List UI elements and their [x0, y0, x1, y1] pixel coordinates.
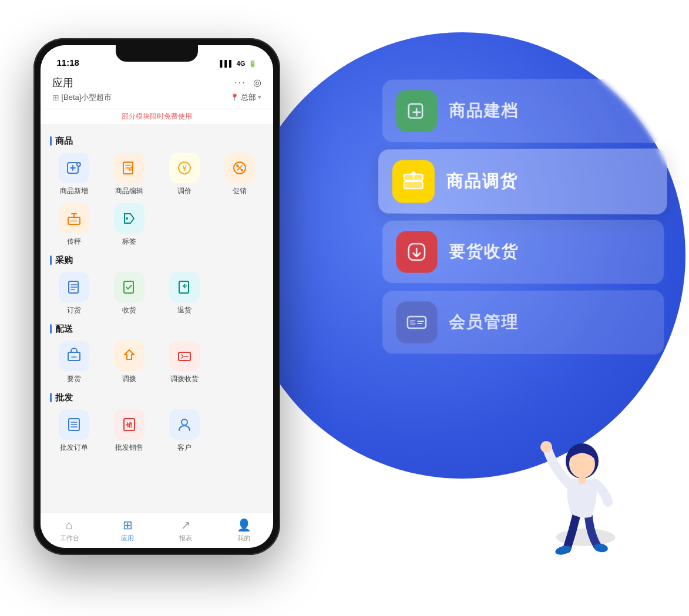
- store-row: ⊞ [Beta]小型超市 📍 总部 ▾: [52, 92, 261, 103]
- icon-product-edit-box: [114, 153, 144, 183]
- icon-product-add[interactable]: 商品新增: [50, 153, 98, 196]
- card-receive-goods[interactable]: 要货收货: [382, 220, 664, 284]
- store-icon: ⊞: [52, 93, 59, 102]
- icon-receive[interactable]: 收货: [105, 272, 153, 315]
- card-member-mgmt[interactable]: VIP 会员管理: [382, 290, 664, 355]
- label-product-add: 商品新增: [60, 186, 88, 196]
- label-promotion: 促销: [233, 186, 247, 196]
- signal-icon: ▌▌▌: [220, 60, 233, 67]
- icon-label-box: [114, 203, 144, 234]
- card-icon-product-archive: [396, 90, 437, 132]
- card-icon-receive-goods: [396, 231, 437, 272]
- nav-reports[interactable]: ↗ 报表: [157, 518, 215, 543]
- mine-label: 我的: [237, 534, 250, 543]
- card-label-member-mgmt: 会员管理: [449, 311, 519, 334]
- card-product-transfer[interactable]: 商品调货: [378, 148, 667, 214]
- title-row: 应用 ··· ◎: [52, 76, 261, 90]
- svg-rect-14: [68, 352, 80, 361]
- nav-mine[interactable]: 👤 我的: [215, 518, 273, 543]
- mine-icon: 👤: [237, 518, 251, 532]
- location-row[interactable]: 📍 总部 ▾: [230, 92, 261, 103]
- section-title-goods: 商品: [50, 136, 264, 147]
- apps-label: 应用: [121, 534, 134, 543]
- icon-scale[interactable]: 传秤: [50, 203, 98, 247]
- svg-point-19: [182, 419, 187, 425]
- icon-sort-receive-box: [169, 341, 200, 371]
- card-icon-member-mgmt: VIP: [396, 301, 437, 343]
- svg-text:¥: ¥: [182, 164, 186, 173]
- goods-grid: 商品新增 商品编辑 ¥: [50, 153, 264, 247]
- status-icons: ▌▌▌ 4G 🔋: [220, 60, 256, 68]
- phone-mockup: 11:18 ▌▌▌ 4G 🔋 应用 ··· ◎: [33, 38, 280, 555]
- label-price-adjust: 调价: [177, 186, 191, 196]
- apps-icon: ⊞: [123, 518, 133, 532]
- more-icon[interactable]: ···: [234, 78, 246, 88]
- label-ws-order: 批发订单: [60, 443, 88, 453]
- icon-label[interactable]: 标签: [105, 203, 153, 247]
- icon-sort[interactable]: 调拨: [105, 341, 153, 384]
- card-icon-product-transfer: [392, 160, 434, 203]
- icon-order[interactable]: 订货: [50, 272, 98, 315]
- delivery-grid: 要货 调拨: [50, 341, 264, 384]
- label-receive: 收货: [122, 305, 136, 315]
- icon-product-add-box: [59, 153, 89, 183]
- label-order: 订货: [67, 305, 81, 315]
- promo-banner: 部分模块限时免费使用: [41, 109, 273, 124]
- section-title-wholesale: 批发: [50, 392, 264, 403]
- icon-receive-box: [114, 272, 144, 302]
- icon-customer[interactable]: 客户: [160, 409, 209, 453]
- location-pin-icon: 📍: [230, 93, 239, 102]
- label-scale: 传秤: [67, 237, 81, 247]
- icon-price-adjust-box: ¥: [169, 153, 200, 183]
- chevron-icon: ▾: [258, 93, 261, 101]
- section-title-purchase: 采购: [50, 255, 264, 266]
- icon-ws-sales-box: 销: [114, 409, 144, 440]
- workbench-icon: ⌂: [66, 519, 73, 532]
- location-text: 总部: [241, 92, 256, 103]
- app-header: 应用 ··· ◎ ⊞ [Beta]小型超市 📍 总部: [41, 71, 273, 109]
- svg-rect-33: [579, 476, 586, 484]
- icon-price-adjust[interactable]: ¥ 调价: [160, 153, 209, 196]
- label-return: 退货: [177, 305, 191, 315]
- reports-label: 报表: [179, 534, 192, 543]
- icon-product-edit[interactable]: 商品编辑: [105, 153, 153, 196]
- card-label-product-archive: 商品建档: [449, 100, 519, 122]
- person-illustration: [521, 385, 650, 561]
- card-label-product-transfer: 商品调货: [446, 170, 517, 193]
- purchase-grid: 订货 收货: [50, 272, 264, 315]
- icon-scale-box: [59, 203, 89, 234]
- card-label-receive-goods: 要货收货: [449, 241, 519, 263]
- svg-text:销: 销: [126, 422, 132, 428]
- app-content[interactable]: 商品 商品新增: [41, 124, 273, 513]
- icon-promotion[interactable]: 促销: [216, 153, 264, 196]
- icon-promotion-box: [224, 153, 255, 183]
- label-product-edit: 商品编辑: [115, 186, 143, 196]
- label-label: 标签: [122, 237, 136, 247]
- nav-apps[interactable]: ⊞ 应用: [99, 518, 157, 543]
- svg-rect-21: [404, 181, 422, 188]
- label-sort-receive: 调拨收货: [170, 374, 199, 384]
- nav-workbench[interactable]: ⌂ 工作台: [41, 519, 99, 543]
- feature-cards-area: 商品建档 商品调货 要货收货 VIP 会员管理: [380, 79, 662, 354]
- icon-request-box: [59, 341, 89, 371]
- network-type: 4G: [237, 60, 246, 67]
- svg-text:VIP: VIP: [409, 320, 416, 324]
- section-purchase: 采购 订货: [50, 255, 264, 315]
- icon-return[interactable]: 退货: [160, 272, 209, 315]
- icon-ws-sales[interactable]: 销 批发销售: [105, 409, 153, 453]
- icon-sort-receive[interactable]: 调拨收货: [160, 341, 209, 384]
- icon-ws-order[interactable]: 批发订单: [50, 409, 98, 453]
- section-wholesale: 批发 批发订单 销: [50, 392, 264, 453]
- app-title: 应用: [52, 76, 73, 90]
- reports-icon: ↗: [181, 518, 191, 532]
- card-product-archive[interactable]: 商品建档: [382, 79, 664, 143]
- svg-point-30: [540, 441, 552, 453]
- label-sort: 调拨: [122, 374, 136, 384]
- section-goods: 商品 商品新增: [50, 136, 264, 247]
- target-icon[interactable]: ◎: [253, 77, 261, 88]
- icon-request[interactable]: 要货: [50, 341, 98, 384]
- store-name[interactable]: ⊞ [Beta]小型超市: [52, 92, 112, 103]
- wholesale-grid: 批发订单 销 批发销售: [50, 409, 264, 453]
- svg-point-7: [241, 169, 243, 171]
- scene: 11:18 ▌▌▌ 4G 🔋 应用 ··· ◎: [22, 21, 668, 596]
